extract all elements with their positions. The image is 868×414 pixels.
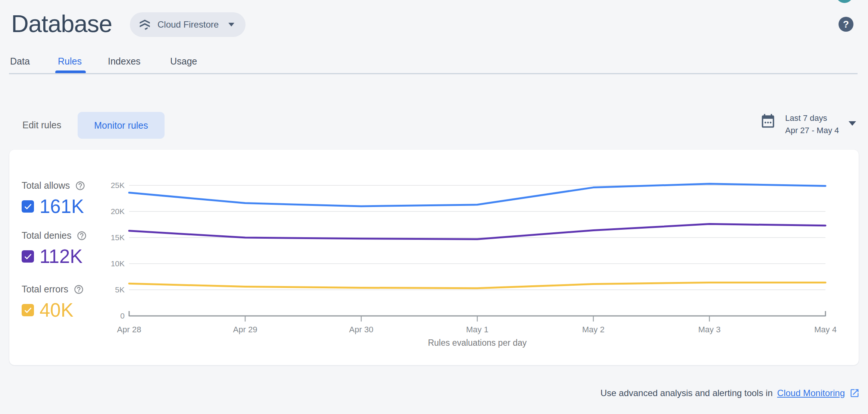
y-axis-label: 0: [120, 311, 125, 320]
x-axis-label: May 2: [582, 325, 605, 334]
y-axis-label: 20K: [111, 207, 125, 216]
date-range-preset: Last 7 days: [785, 112, 839, 124]
date-range-selector[interactable]: Last 7 days Apr 27 - May 4: [760, 112, 857, 137]
tab-usage[interactable]: Usage: [170, 56, 197, 67]
footer-text: Use advanced analysis and alerting tools…: [600, 388, 773, 398]
product-selector-label: Cloud Firestore: [157, 19, 219, 30]
edit-rules-button[interactable]: Edit rules: [22, 120, 61, 131]
monitor-rules-label: Monitor rules: [94, 120, 148, 131]
x-axis-label: May 4: [814, 325, 837, 334]
firestore-icon: [138, 18, 152, 31]
footer-note: Use advanced analysis and alerting tools…: [600, 388, 860, 398]
x-axis-label: May 1: [466, 325, 488, 334]
tabs-divider: [9, 73, 858, 74]
help-icon[interactable]: ?: [839, 17, 853, 32]
cloud-monitoring-link[interactable]: Cloud Monitoring: [777, 388, 845, 398]
y-axis-label: 25K: [111, 181, 125, 189]
y-axis-label: 10K: [111, 259, 125, 268]
monitor-rules-button[interactable]: Monitor rules: [78, 112, 165, 139]
series-line-total-allows: [129, 184, 825, 206]
series-line-total-denies: [129, 224, 825, 239]
date-range-dates: Apr 27 - May 4: [785, 124, 839, 137]
page-title: Database: [11, 10, 112, 38]
open-in-new-icon[interactable]: [849, 388, 860, 398]
x-axis-label: Apr 29: [233, 325, 257, 334]
chevron-down-icon: [228, 22, 235, 27]
tab-rules[interactable]: Rules: [58, 56, 82, 67]
x-axis-label: Apr 28: [117, 325, 141, 334]
series-line-total-errors: [129, 282, 825, 288]
tab-data[interactable]: Data: [10, 56, 30, 67]
x-axis-label: May 3: [698, 325, 721, 334]
tab-indexes[interactable]: Indexes: [108, 56, 141, 67]
user-avatar[interactable]: [836, 0, 853, 3]
rules-evaluations-chart: 05K10K15K20K25KApr 28Apr 29Apr 30May 1Ma…: [0, 170, 868, 341]
product-selector[interactable]: Cloud Firestore: [130, 12, 246, 37]
chart-subtitle: Rules evaluations per day: [428, 338, 527, 348]
y-axis-label: 15K: [111, 233, 125, 242]
x-axis-label: Apr 30: [349, 325, 374, 334]
chevron-down-icon: [848, 121, 857, 126]
calendar-icon: [760, 113, 776, 129]
y-axis-label: 5K: [115, 285, 125, 294]
